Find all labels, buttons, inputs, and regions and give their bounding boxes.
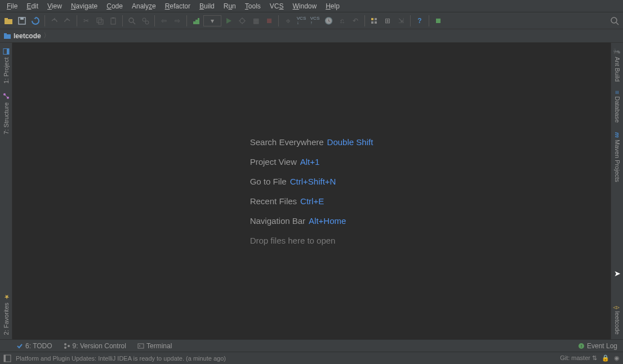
svg-rect-20 <box>267 19 272 23</box>
project-structure-icon[interactable] <box>368 15 380 27</box>
tool-ant[interactable]: 🐜 Ant Build <box>612 43 622 86</box>
diff-icon[interactable]: ⎌ <box>336 15 348 27</box>
tool-todo[interactable]: 6: TODO <box>13 342 56 350</box>
build-icon[interactable] <box>190 15 202 27</box>
toolwindow-handle[interactable] <box>2 340 8 352</box>
editor-area[interactable]: Search EverywhereDouble Shift Project Vi… <box>12 43 611 339</box>
save-icon[interactable] <box>16 15 28 27</box>
todo-icon <box>16 343 23 349</box>
svg-line-27 <box>616 23 618 25</box>
attach-icon[interactable]: ⎆ <box>282 15 294 27</box>
svg-rect-31 <box>7 48 9 54</box>
svg-point-35 <box>64 343 66 345</box>
sync-icon[interactable] <box>29 15 42 27</box>
stop-icon[interactable] <box>263 15 275 27</box>
menu-view[interactable]: View <box>43 1 66 11</box>
menu-help[interactable]: Help <box>321 1 344 11</box>
vcs-commit-icon[interactable]: VCS↑ <box>309 15 321 27</box>
git-status[interactable]: Git: master ⇅ <box>560 354 597 362</box>
replace-icon[interactable] <box>139 15 152 27</box>
copy-icon[interactable] <box>94 15 106 27</box>
help-icon[interactable]: ? <box>413 15 426 27</box>
tip-navbar-label: Navigation Bar <box>250 216 305 226</box>
tool-vcs[interactable]: 9: Version Control <box>60 342 130 350</box>
back-icon[interactable]: ⇦ <box>158 15 170 27</box>
undo-icon[interactable] <box>48 15 60 27</box>
history-icon[interactable]: 🕓 <box>322 15 335 27</box>
menu-tools[interactable]: Tools <box>241 1 265 11</box>
menu-file[interactable]: File <box>2 1 22 11</box>
search-icon[interactable] <box>608 15 621 27</box>
svg-rect-25 <box>436 19 440 23</box>
svg-rect-6 <box>111 18 115 24</box>
plugin-icon[interactable] <box>432 15 444 27</box>
svg-rect-1 <box>5 18 8 20</box>
menu-edit[interactable]: Edit <box>22 1 43 11</box>
tool-structure[interactable]: 7: Structure <box>1 88 11 139</box>
menu-bar: File Edit View Navigate Code Analyze Ref… <box>0 0 623 12</box>
tool-favorites[interactable]: 2: Favorites ★ <box>1 289 11 339</box>
tool-todo-label: 6: TODO <box>25 342 52 350</box>
svg-point-26 <box>611 17 617 23</box>
tool-terminal[interactable]: Terminal <box>134 342 175 350</box>
menu-analyze[interactable]: Analyze <box>127 1 161 11</box>
menu-refactor[interactable]: Refactor <box>161 1 195 11</box>
run-icon[interactable] <box>222 15 235 27</box>
vcs-update-icon[interactable]: VCS↓ <box>295 15 308 27</box>
tips-panel: Search EverywhereDouble Shift Project Vi… <box>250 127 373 255</box>
structure-icon <box>2 92 10 100</box>
tool-favorites-label: 2: Favorites <box>3 303 10 335</box>
breadcrumb-project[interactable]: leetcode <box>14 32 41 40</box>
lock-icon[interactable]: 🔒 <box>602 354 609 362</box>
open-icon[interactable] <box>2 15 15 27</box>
main-body: 1: Project 7: Structure 2: Favorites ★ S… <box>0 43 623 339</box>
forward-icon[interactable]: ⇨ <box>171 15 184 27</box>
tip-navbar-shortcut: Alt+Home <box>309 216 346 226</box>
menu-build[interactable]: Build <box>195 1 219 11</box>
paste-icon[interactable] <box>107 15 119 27</box>
toolwindows-toggle-icon[interactable] <box>3 354 11 362</box>
menu-vcs[interactable]: VCS <box>265 1 288 11</box>
menu-window[interactable]: Window <box>288 1 321 11</box>
tool-structure-label: 7: Structure <box>3 102 10 134</box>
folder-icon <box>3 32 11 40</box>
sdk-icon[interactable]: ⊞ <box>381 15 394 27</box>
menu-run[interactable]: Run <box>219 1 241 11</box>
svg-rect-22 <box>375 18 377 20</box>
tool-maven-label: Maven Projects <box>614 140 621 182</box>
tool-database[interactable]: ≡ Database <box>613 86 622 128</box>
project-panel-icon <box>2 47 10 55</box>
tool-terminal-label: Terminal <box>146 342 172 350</box>
ant-icon: 🐜 <box>613 47 621 55</box>
debug-icon[interactable] <box>236 15 248 27</box>
hierarchy-icon[interactable]: ⇲ <box>395 15 407 27</box>
inspector-icon[interactable]: ◉ <box>614 354 620 362</box>
redo-icon[interactable] <box>61 15 74 27</box>
left-gutter: 1: Project 7: Structure 2: Favorites ★ <box>0 43 12 339</box>
tool-ant-label: Ant Build <box>614 57 621 82</box>
find-icon[interactable] <box>126 15 138 27</box>
svg-rect-21 <box>371 18 373 20</box>
revert-icon[interactable]: ↶ <box>349 15 362 27</box>
tip-project-label: Project View <box>250 157 297 167</box>
svg-rect-24 <box>375 21 377 24</box>
svg-rect-29 <box>4 33 7 35</box>
coverage-icon[interactable]: ▦ <box>250 15 262 27</box>
tip-gotofile-label: Go to File <box>250 177 287 186</box>
svg-rect-42 <box>4 355 6 362</box>
menu-code[interactable]: Code <box>102 1 127 11</box>
tool-maven[interactable]: m Maven Projects <box>613 128 622 187</box>
svg-line-9 <box>133 22 135 24</box>
svg-rect-3 <box>20 17 24 20</box>
menu-navigate[interactable]: Navigate <box>66 1 102 11</box>
tool-leetcode[interactable]: ⟠ leetcode <box>612 302 622 339</box>
tool-project[interactable]: 1: Project <box>1 43 11 88</box>
svg-point-15 <box>240 19 244 23</box>
tip-search-label: Search Everywhere <box>250 137 324 147</box>
run-config-dropdown[interactable]: ▾ <box>203 15 221 26</box>
cut-icon[interactable]: ✂ <box>80 15 92 27</box>
tool-leetcode-label: leetcode <box>614 311 621 335</box>
svg-rect-14 <box>198 18 199 24</box>
status-message: Platform and Plugin Updates: IntelliJ ID… <box>16 355 226 362</box>
tool-eventlog[interactable]: ! Event Log <box>575 342 621 350</box>
